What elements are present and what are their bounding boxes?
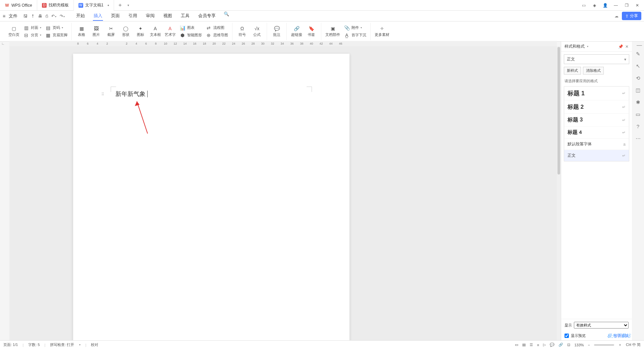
- hyperlink-button[interactable]: 🔗超链接: [291, 26, 302, 37]
- attachment-button[interactable]: 📎附件▾: [343, 25, 366, 31]
- clear-format-button[interactable]: 清除格式: [583, 67, 604, 74]
- header-footer-button[interactable]: ▦页眉页脚: [45, 32, 67, 38]
- tools-icon[interactable]: ✱: [636, 99, 640, 105]
- menu-icon[interactable]: ≡: [3, 13, 5, 19]
- page-icon[interactable]: ▭: [636, 111, 640, 117]
- symbol-button[interactable]: Ω符号: [236, 26, 248, 37]
- file-menu[interactable]: 文件: [9, 13, 17, 19]
- minimize-button[interactable]: —: [611, 1, 621, 10]
- bookmark-button[interactable]: 🔖书签: [306, 26, 317, 37]
- screenshot-button[interactable]: ✂截屏: [105, 26, 117, 37]
- page[interactable]: ⠿ 新年新气象: [73, 54, 350, 340]
- fit-icon[interactable]: ⊡: [567, 343, 570, 347]
- edit-icon[interactable]: ✎: [636, 51, 640, 57]
- save-icon[interactable]: 🖫: [23, 14, 28, 18]
- undo-icon[interactable]: ↶▾: [51, 14, 56, 18]
- tab-insert[interactable]: 插入: [93, 11, 103, 21]
- search-icon[interactable]: 🔍: [224, 11, 229, 21]
- table-button[interactable]: ▦表格: [76, 26, 87, 37]
- style-item[interactable]: 默认段落字体a: [564, 139, 629, 150]
- pagenum-button[interactable]: ▤页码▾: [45, 25, 67, 31]
- horizontal-ruler[interactable]: 8642246810121416182022242628303234363840…: [9, 41, 557, 46]
- layout-icon[interactable]: ▭: [579, 1, 588, 10]
- new-style-button[interactable]: 新样式: [564, 67, 581, 74]
- more-icon[interactable]: ⋯: [636, 135, 641, 141]
- ruler-tick: 38: [297, 42, 307, 45]
- textbox-button[interactable]: A文本框: [150, 26, 161, 37]
- close-button[interactable]: ✕: [633, 1, 642, 10]
- user-icon[interactable]: 👤: [600, 1, 610, 10]
- tab-menu-icon[interactable]: ▾: [127, 3, 129, 7]
- blank-page-button[interactable]: ▢空白页: [8, 26, 19, 37]
- more-assets-button[interactable]: ✧更多素材: [375, 26, 389, 37]
- style-item[interactable]: 标题 3↵: [564, 114, 629, 127]
- chart-button[interactable]: 📊图表: [179, 25, 202, 31]
- document-text[interactable]: 新年新气象: [115, 90, 148, 98]
- maximize-button[interactable]: ❐: [622, 1, 631, 10]
- sync-icon[interactable]: ⟲: [636, 75, 640, 81]
- preview-checkbox[interactable]: [565, 334, 569, 338]
- proof-status[interactable]: 校对: [91, 342, 98, 347]
- cube-icon[interactable]: ◈: [590, 1, 599, 10]
- app-tab[interactable]: W WPS Office: [0, 0, 37, 11]
- comment-button[interactable]: 💬批注: [271, 26, 282, 37]
- ime-status[interactable]: CH 中 简: [626, 342, 641, 347]
- show-select[interactable]: 有效样式: [574, 322, 629, 329]
- word-count[interactable]: 字数: 5: [28, 342, 40, 347]
- image-button[interactable]: 🖼图片: [91, 26, 102, 37]
- section-button[interactable]: ⊟分页▾: [23, 32, 41, 38]
- print-icon[interactable]: 🖶: [38, 14, 42, 18]
- play-icon[interactable]: ▷: [543, 343, 546, 347]
- close-panel-icon[interactable]: ✕: [625, 44, 629, 49]
- vertical-scrollbar[interactable]: [557, 46, 561, 340]
- link-icon[interactable]: 🔗: [558, 343, 563, 347]
- tab-start[interactable]: 开始: [75, 11, 86, 21]
- style-item[interactable]: 标题 2↵: [564, 100, 629, 114]
- pin-icon[interactable]: 📌: [618, 44, 623, 49]
- paragraph-handle-icon[interactable]: ⠿: [101, 92, 104, 97]
- icon-button[interactable]: ✦图标: [135, 26, 146, 37]
- template-tab[interactable]: D 找稻壳模板: [37, 0, 74, 11]
- zoom-in-button[interactable]: ＋: [618, 342, 622, 347]
- print-preview-icon[interactable]: ⎙: [46, 14, 48, 18]
- tab-tools[interactable]: 工具: [180, 11, 190, 21]
- flowchart-button[interactable]: ⇄流程图: [205, 25, 228, 31]
- cover-button[interactable]: ▥封面▾: [23, 25, 41, 31]
- equation-button[interactable]: √x公式: [251, 26, 263, 37]
- zoom-level[interactable]: 133%: [574, 343, 584, 347]
- comment-toggle-icon[interactable]: 💬: [550, 343, 554, 347]
- tab-member[interactable]: 会员专享: [198, 11, 216, 21]
- page-indicator[interactable]: 页面: 1/1: [3, 342, 18, 347]
- web-mode-icon[interactable]: ≡: [537, 343, 539, 347]
- shape-button[interactable]: ◯形状: [120, 26, 131, 37]
- zoom-out-button[interactable]: −: [588, 343, 590, 347]
- view-mode-icon[interactable]: ▭: [515, 343, 518, 347]
- outline-mode-icon[interactable]: ☰: [530, 343, 533, 347]
- redo-icon[interactable]: ↷▾: [60, 14, 65, 18]
- style-item[interactable]: 正文↵: [564, 150, 629, 161]
- export-icon[interactable]: ⭱: [31, 14, 35, 18]
- tab-page[interactable]: 页面: [110, 11, 120, 21]
- select-icon[interactable]: ↖: [636, 63, 640, 69]
- document-tab[interactable]: W 文字文稿1 •: [74, 0, 114, 11]
- help-icon[interactable]: ?: [637, 123, 639, 129]
- spellcheck-status[interactable]: 拼写检查: 打开: [50, 342, 74, 347]
- new-tab-button[interactable]: ＋: [114, 2, 126, 9]
- mindmap-button[interactable]: ⊛思维导图: [205, 32, 228, 38]
- cloud-icon[interactable]: ☁: [614, 14, 619, 18]
- current-style-select[interactable]: 正文 ▾: [564, 54, 629, 64]
- share-button[interactable]: ⇪ 分享: [622, 12, 641, 20]
- tab-view[interactable]: 视图: [163, 11, 173, 21]
- zoom-slider[interactable]: [594, 344, 614, 346]
- scrollbar-thumb[interactable]: [557, 47, 560, 174]
- tab-review[interactable]: 审阅: [145, 11, 155, 21]
- docparts-button[interactable]: ▣文档部件: [325, 26, 340, 37]
- smartart-button[interactable]: ⬢智能图形: [179, 32, 202, 38]
- style-item[interactable]: 标题 4↵: [564, 127, 629, 139]
- style-item[interactable]: 标题 1↵: [564, 87, 629, 100]
- reading-mode-icon[interactable]: ▤: [522, 343, 526, 347]
- dropcap-button[interactable]: A̲首字下沉: [343, 32, 366, 38]
- wordart-button[interactable]: A艺术字: [164, 26, 176, 37]
- layers-icon[interactable]: ◫: [636, 87, 640, 93]
- tab-reference[interactable]: 引用: [128, 11, 138, 21]
